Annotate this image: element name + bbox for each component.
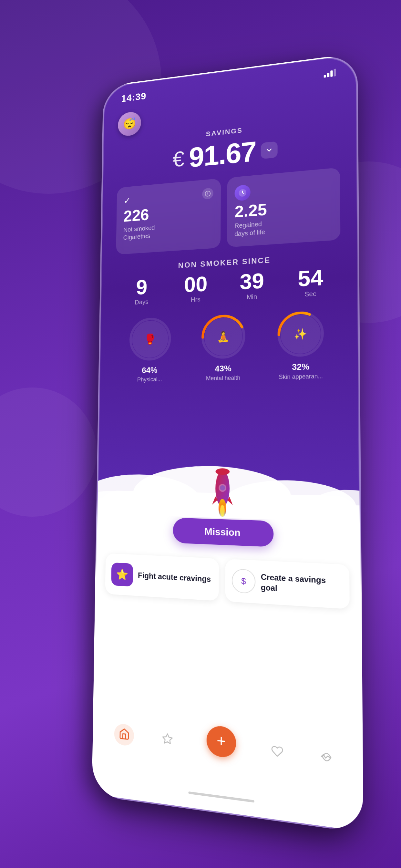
chevron-down-icon [266, 146, 273, 154]
signal-icon [324, 68, 336, 78]
timer-days-value: 9 [115, 275, 168, 299]
stats-row: ✓ 226 Not smoked Cigarettes [116, 167, 340, 255]
timer-hrs-value: 00 [168, 272, 223, 296]
physical-circle: 🥊 [127, 315, 173, 363]
timer-hrs: 00 Hrs [168, 272, 223, 304]
svg-point-21 [220, 505, 225, 517]
svg-point-15 [216, 468, 230, 475]
mission-card-cravings[interactable]: ⭐ Fight acute cravings [105, 553, 219, 601]
skin-pct: 32% [292, 362, 309, 372]
svg-point-17 [220, 485, 225, 491]
cravings-icon: ⭐ [111, 562, 133, 587]
cravings-label: Fight acute cravings [138, 570, 211, 585]
mental-circle: 🧘 [199, 312, 247, 361]
physical-label: Physical... [137, 376, 162, 383]
physical-progress[interactable]: 🥊 64% Physical... [114, 314, 186, 383]
rocket-icon [206, 466, 239, 519]
cigarettes-card[interactable]: ✓ 226 Not smoked Cigarettes [116, 178, 221, 254]
nav-home[interactable] [119, 727, 130, 741]
mission-cards: ⭐ Fight acute cravings $ Create a saving… [105, 553, 350, 609]
clock-icon [235, 184, 251, 201]
timer-days-label: Days [115, 298, 168, 307]
svg-point-16 [219, 484, 226, 492]
check-icon: ✓ [124, 195, 130, 206]
user-avatar[interactable]: 😴 [118, 111, 142, 137]
bottom-nav: + [94, 719, 362, 774]
svg-marker-18 [212, 496, 218, 505]
savings-value: 91.67 [189, 135, 256, 174]
heart-icon [271, 744, 283, 758]
nav-health[interactable] [271, 744, 283, 758]
skin-label: Skin appearan... [279, 373, 323, 381]
timer-sec-value: 54 [281, 266, 341, 290]
svg-point-6 [279, 312, 322, 356]
status-icons [324, 68, 336, 78]
nav-achievements[interactable] [162, 733, 174, 746]
timer-sec: 54 Sec [281, 266, 341, 299]
timer-min-value: 39 [223, 269, 281, 293]
bottom-section: Mission ⭐ Fight acute cravings $ Create … [93, 490, 362, 832]
timer-hrs-label: Hrs [168, 294, 223, 304]
svg-point-14 [215, 470, 229, 507]
mental-progress[interactable]: 🧘 43% Mental health [186, 311, 261, 382]
info-button[interactable] [202, 188, 213, 199]
timer-min: 39 Min [223, 269, 281, 302]
mental-label: Mental health [206, 375, 241, 382]
home-indicator [188, 792, 254, 803]
mission-button[interactable]: Mission [173, 518, 274, 547]
savings-dropdown-button[interactable] [261, 141, 278, 159]
nav-stats[interactable] [319, 750, 332, 764]
status-time: 14:39 [121, 90, 146, 104]
mission-button-label: Mission [204, 526, 241, 538]
svg-marker-19 [227, 497, 233, 505]
non-smoker-label: NON SMOKER SINCE [116, 251, 340, 274]
hourglass-icon [237, 187, 248, 198]
nav-add-button[interactable]: + [206, 724, 236, 758]
timer-days: 9 Days [115, 275, 168, 307]
mission-card-savings[interactable]: $ Create a savings goal [225, 559, 349, 609]
rocket-decoration [206, 466, 239, 520]
days-of-life-count: 2.25 [235, 201, 267, 220]
svg-point-10 [222, 479, 357, 523]
savings-currency: € [173, 146, 184, 172]
avatar-image: 😴 [118, 111, 142, 137]
phone-frame: 14:39 😴 SAVINGS € 91.67 [92, 53, 363, 833]
star-icon [162, 733, 174, 746]
info-icon [205, 190, 211, 197]
timer-min-label: Min [223, 292, 281, 302]
skin-circle: ✨ [276, 309, 326, 360]
svg-point-20 [219, 499, 226, 517]
skin-progress[interactable]: ✨ 32% Skin appearan... [261, 308, 341, 381]
plus-icon: + [217, 733, 226, 750]
skin-icon: ✨ [281, 314, 321, 354]
chart-icon [319, 750, 332, 764]
svg-point-7 [279, 312, 322, 356]
app-content: 😴 SAVINGS € 91.67 ✓ [99, 79, 359, 383]
timer-sec-label: Sec [281, 289, 341, 299]
savings-goal-icon: $ [232, 568, 256, 593]
svg-point-11 [308, 489, 363, 523]
mental-pct: 43% [215, 364, 231, 374]
progress-row: 🥊 64% Physical... [114, 308, 341, 383]
physical-pct: 64% [142, 365, 158, 375]
days-of-life-label: Regained days of life [235, 220, 265, 238]
days-of-life-card[interactable]: 2.25 Regained days of life [227, 167, 340, 247]
savings-goal-label: Create a savings goal [261, 571, 343, 597]
